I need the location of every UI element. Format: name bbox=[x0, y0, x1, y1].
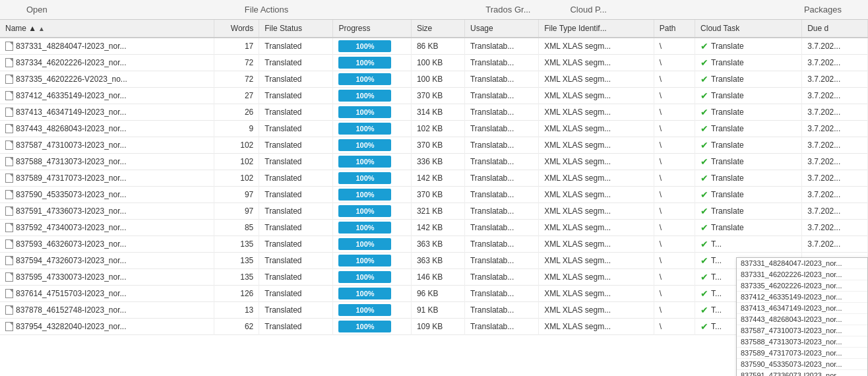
cloud-task-label: T... bbox=[711, 322, 722, 331]
table-row[interactable]: 837589_47317073-I2023_nor...102Translate… bbox=[0, 170, 868, 187]
cell-filetype: XML XLAS segm... bbox=[539, 121, 654, 137]
cloud-task-label: Translate bbox=[711, 173, 744, 183]
col-header-progress[interactable]: Progress bbox=[333, 20, 411, 38]
cloud-task-wrapper: ✔Translate bbox=[700, 156, 796, 167]
cell-duedate: 3.7.202... bbox=[802, 38, 868, 55]
col-header-status[interactable]: File Status bbox=[259, 20, 333, 38]
table-row[interactable]: 837331_48284047-I2023_nor...17Translated… bbox=[0, 38, 868, 55]
table-row[interactable]: 837334_46202226-I2023_nor...72Translated… bbox=[0, 55, 868, 71]
cell-filetype: XML XLAS segm... bbox=[539, 38, 654, 55]
progress-bar-container: 100% bbox=[338, 271, 391, 283]
cell-status: Translated bbox=[259, 38, 333, 55]
table-row[interactable]: 837591_47336073-I2023_nor...97Translated… bbox=[0, 203, 868, 220]
col-header-usage[interactable]: Usage bbox=[464, 20, 538, 38]
cell-status: Translated bbox=[259, 104, 333, 121]
cell-status: Translated bbox=[259, 55, 333, 71]
cell-progress: 100% bbox=[333, 88, 411, 104]
cell-duedate: 3.7.202... bbox=[802, 121, 868, 137]
nav-file-actions[interactable]: File Actions bbox=[225, 0, 308, 19]
cell-size: 142 KB bbox=[411, 220, 464, 236]
cell-name: 837590_45335073-I2023_nor... bbox=[0, 187, 214, 203]
cell-words: 9 bbox=[214, 121, 259, 137]
progress-bar-label: 100% bbox=[338, 40, 391, 52]
progress-bar-label: 100% bbox=[338, 205, 391, 217]
nav-cloud-p[interactable]: Cloud P... bbox=[550, 0, 626, 19]
col-header-size[interactable]: Size bbox=[411, 20, 464, 38]
cell-usage: Translatab... bbox=[464, 269, 538, 286]
green-check-icon: ✔ bbox=[700, 123, 708, 134]
table-row[interactable]: 837443_48268043-I2023_nor...9Translated1… bbox=[0, 121, 868, 137]
col-header-dued[interactable]: Due d bbox=[802, 20, 868, 38]
cell-progress: 100% bbox=[333, 38, 411, 55]
cell-cloudtask: ✔Translate bbox=[695, 137, 802, 154]
cell-cloudtask: ✔Translate bbox=[695, 203, 802, 220]
cell-status: Translated bbox=[259, 302, 333, 319]
green-check-icon: ✔ bbox=[700, 272, 708, 282]
col-header-words[interactable]: Words bbox=[214, 20, 259, 38]
path-dropdown[interactable]: 837331_48284047-I2023_nor...837331_46202… bbox=[736, 257, 868, 376]
cell-words: 97 bbox=[214, 187, 259, 203]
table-row[interactable]: 837592_47340073-I2023_nor...85Translated… bbox=[0, 220, 868, 236]
cloud-task-label: Translate bbox=[711, 124, 744, 133]
green-check-icon: ✔ bbox=[700, 41, 708, 51]
cell-words: 97 bbox=[214, 203, 259, 220]
nav-open[interactable]: Open bbox=[7, 0, 67, 19]
cell-usage: Translatab... bbox=[464, 253, 538, 269]
table-row[interactable]: 837593_46326073-I2023_nor...135Translate… bbox=[0, 236, 868, 253]
progress-bar-container: 100% bbox=[338, 57, 391, 69]
table-row[interactable]: 837588_47313073-I2023_nor...102Translate… bbox=[0, 154, 868, 170]
dropdown-item[interactable]: 837589_47317073-I2023_nor... bbox=[737, 348, 867, 359]
cloud-task-wrapper: ✔Translate bbox=[700, 206, 796, 216]
dropdown-item[interactable]: 837413_46347149-I2023_nor... bbox=[737, 303, 867, 314]
progress-bar-label: 100% bbox=[338, 222, 391, 234]
nav-trados-gr[interactable]: Trados Gr... bbox=[466, 0, 550, 19]
green-check-icon: ✔ bbox=[700, 140, 708, 150]
file-icon bbox=[5, 256, 13, 265]
green-check-icon: ✔ bbox=[700, 206, 708, 216]
dropdown-item[interactable]: 837331_46202226-I2023_nor... bbox=[737, 269, 867, 280]
table-row[interactable]: 837587_47310073-I2023_nor...102Translate… bbox=[0, 137, 868, 154]
cell-filetype: XML XLAS segm... bbox=[539, 319, 654, 335]
cell-name: 837878_46152748-I2023_nor... bbox=[0, 302, 214, 319]
file-icon bbox=[5, 190, 13, 199]
cell-usage: Translatab... bbox=[464, 154, 538, 170]
table-row[interactable]: 837335_46202226-V2023_no...72Translated1… bbox=[0, 71, 868, 88]
table-row[interactable]: 837590_45335073-I2023_nor...97Translated… bbox=[0, 187, 868, 203]
cell-name: 837594_47326073-I2023_nor... bbox=[0, 253, 214, 269]
progress-bar-label: 100% bbox=[338, 255, 391, 266]
dropdown-item[interactable]: 837443_48268043-I2023_nor... bbox=[737, 314, 867, 325]
dropdown-item[interactable]: 837331_48284047-I2023_nor... bbox=[737, 258, 867, 269]
progress-bar-container: 100% bbox=[338, 222, 391, 234]
top-nav: Open File Actions Trados Gr... Cloud P..… bbox=[0, 0, 868, 20]
dropdown-item[interactable]: 837335_46202226-I2023_nor... bbox=[737, 280, 867, 292]
file-icon bbox=[5, 91, 13, 100]
dropdown-item[interactable]: 837587_47310073-I2023_nor... bbox=[737, 325, 867, 336]
green-check-icon: ✔ bbox=[700, 173, 708, 183]
file-icon bbox=[5, 58, 13, 67]
col-header-name[interactable]: Name ▲ bbox=[0, 20, 214, 38]
dropdown-item[interactable]: 837591_47336073-I2023_nor... bbox=[737, 370, 867, 376]
nav-packages[interactable]: Packages bbox=[784, 0, 861, 19]
cloud-task-label: Translate bbox=[711, 190, 744, 199]
cell-status: Translated bbox=[259, 137, 333, 154]
cell-status: Translated bbox=[259, 121, 333, 137]
dropdown-item[interactable]: 837588_47313073-I2023_nor... bbox=[737, 336, 867, 348]
dropdown-item[interactable]: 837412_46335149-I2023_nor... bbox=[737, 292, 867, 303]
cell-size: 109 KB bbox=[411, 319, 464, 335]
cell-progress: 100% bbox=[333, 302, 411, 319]
cell-size: 102 KB bbox=[411, 121, 464, 137]
progress-bar-label: 100% bbox=[338, 156, 391, 168]
cell-progress: 100% bbox=[333, 253, 411, 269]
cell-usage: Translatab... bbox=[464, 319, 538, 335]
col-header-path[interactable]: Path bbox=[654, 20, 695, 38]
cell-progress: 100% bbox=[333, 187, 411, 203]
col-header-cloudtask[interactable]: Cloud Task bbox=[695, 20, 802, 38]
cell-usage: Translatab... bbox=[464, 170, 538, 187]
table-row[interactable]: 837412_46335149-I2023_nor...27Translated… bbox=[0, 88, 868, 104]
table-row[interactable]: 837413_46347149-I2023_nor...26Translated… bbox=[0, 104, 868, 121]
cell-words: 62 bbox=[214, 319, 259, 335]
cell-cloudtask: ✔Translate bbox=[695, 187, 802, 203]
dropdown-item[interactable]: 837590_45335073-I2023_nor... bbox=[737, 359, 867, 370]
cell-cloudtask: ✔Translate bbox=[695, 121, 802, 137]
col-header-filetype[interactable]: File Type Identif... bbox=[539, 20, 654, 38]
